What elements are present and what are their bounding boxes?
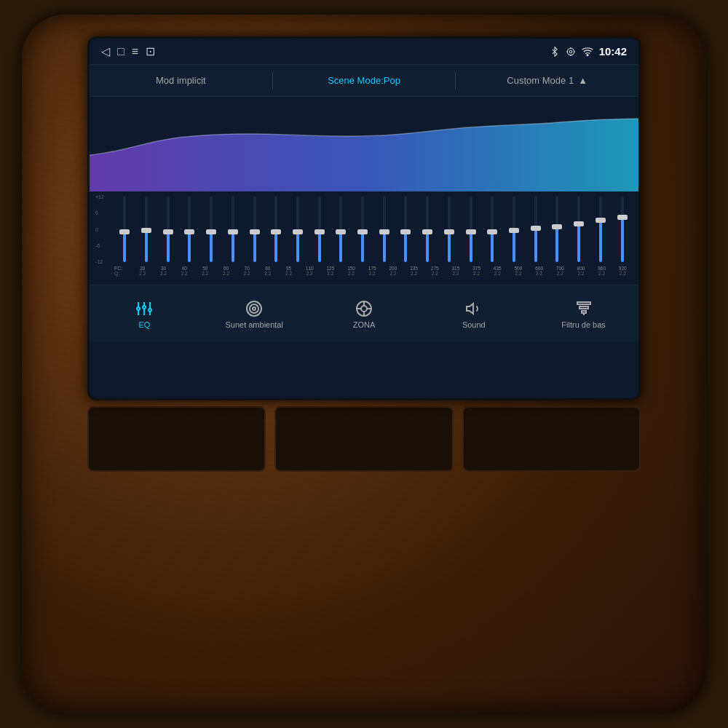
slider-track-80[interactable] xyxy=(253,197,256,262)
q-value-95: 2.2 xyxy=(279,271,299,276)
scene-mode-button[interactable]: Scene Mode:Pop xyxy=(273,75,456,86)
slider-fill-125 xyxy=(318,232,321,262)
slider-track-125[interactable] xyxy=(318,197,321,262)
custom-mode-button[interactable]: Custom Mode 1 ▲ xyxy=(456,75,638,86)
slider-thumb-150[interactable] xyxy=(336,229,346,234)
slider-track-20[interactable] xyxy=(123,197,126,262)
nav-square-button[interactable]: □ xyxy=(117,45,124,58)
slider-col-80 xyxy=(244,197,265,262)
slider-thumb-20[interactable] xyxy=(119,229,130,234)
slider-track-600[interactable] xyxy=(534,197,537,262)
slider-thumb-700[interactable] xyxy=(552,224,562,229)
sound-icon xyxy=(465,300,483,317)
slider-thumb-920[interactable] xyxy=(617,215,628,220)
slider-fill-60 xyxy=(210,232,213,262)
slider-track-920[interactable] xyxy=(621,197,624,262)
slider-thumb-50[interactable] xyxy=(184,229,194,234)
slider-track-200[interactable] xyxy=(383,197,386,262)
freq-label-700: 700 xyxy=(550,266,570,271)
nav-filtru[interactable]: Filtru de bas xyxy=(529,294,638,335)
slider-track-70[interactable] xyxy=(232,197,234,262)
slider-col-375 xyxy=(460,197,481,262)
default-mode-button[interactable]: Mod implicit xyxy=(90,75,272,86)
svg-point-3 xyxy=(567,48,574,55)
slider-fill-500 xyxy=(513,231,515,262)
slider-thumb-315[interactable] xyxy=(444,229,454,234)
slider-track-60[interactable] xyxy=(210,197,213,262)
slider-fill-150 xyxy=(339,232,342,262)
slider-fill-435 xyxy=(491,232,494,262)
nav-menu-button[interactable]: ≡ xyxy=(132,45,138,58)
slider-col-20 xyxy=(114,197,135,262)
slider-track-50[interactable] xyxy=(188,197,191,262)
freq-label-375: 375 xyxy=(467,266,487,271)
filtru-icon xyxy=(575,300,593,317)
q-value-375: 2.2 xyxy=(467,271,487,276)
slider-col-50 xyxy=(179,197,200,262)
svg-point-2 xyxy=(569,50,572,53)
q-value-920: 2.2 xyxy=(612,271,633,276)
freq-label-920: 920 xyxy=(612,266,633,271)
lower-panel xyxy=(87,406,641,472)
slider-track-375[interactable] xyxy=(470,197,472,262)
freq-label-800: 800 xyxy=(571,266,591,271)
slider-thumb-80[interactable] xyxy=(250,229,260,234)
slider-track-860[interactable] xyxy=(599,197,602,262)
slider-thumb-375[interactable] xyxy=(466,229,476,234)
svg-point-18 xyxy=(253,307,256,310)
slider-track-150[interactable] xyxy=(339,197,342,262)
slider-track-175[interactable] xyxy=(361,197,364,262)
slider-fill-30 xyxy=(145,231,148,262)
slider-thumb-500[interactable] xyxy=(509,228,519,233)
slider-track-235[interactable] xyxy=(404,197,407,262)
q-value-175: 2.2 xyxy=(362,271,382,276)
nav-back-button[interactable]: ◁ xyxy=(101,44,110,58)
slider-thumb-125[interactable] xyxy=(314,229,325,234)
slider-track-800[interactable] xyxy=(577,197,580,262)
nav-zone[interactable]: ZONA xyxy=(309,294,419,335)
slider-thumb-235[interactable] xyxy=(400,229,411,234)
nav-sound[interactable]: Sound xyxy=(419,294,529,335)
slider-thumb-175[interactable] xyxy=(357,229,368,234)
q-value-70: 2.2 xyxy=(237,271,257,276)
q-value-235: 2.2 xyxy=(404,271,424,276)
slider-track-40[interactable] xyxy=(167,197,170,262)
freq-label-50: 50 xyxy=(195,266,215,271)
freq-label-500: 500 xyxy=(508,266,529,271)
nav-window-button[interactable]: ⊡ xyxy=(146,44,155,58)
slider-track-110[interactable] xyxy=(296,197,299,262)
slider-track-315[interactable] xyxy=(448,197,451,262)
slider-thumb-275[interactable] xyxy=(422,229,432,234)
slider-col-150 xyxy=(331,197,352,262)
slider-thumb-800[interactable] xyxy=(574,221,584,226)
slider-track-500[interactable] xyxy=(513,197,515,262)
scale-labels: +12 6 0 -6 -12 xyxy=(95,194,113,264)
slider-track-275[interactable] xyxy=(426,197,429,262)
slider-fill-375 xyxy=(470,232,472,262)
slider-thumb-435[interactable] xyxy=(487,229,497,234)
q-value-80: 2.2 xyxy=(258,271,278,276)
slider-fill-600 xyxy=(534,229,537,262)
slider-thumb-600[interactable] xyxy=(531,226,541,231)
slider-track-435[interactable] xyxy=(491,197,494,262)
slider-thumb-60[interactable] xyxy=(206,229,216,234)
slider-track-700[interactable] xyxy=(555,197,558,262)
slider-thumb-30[interactable] xyxy=(141,228,151,233)
freq-label-275: 275 xyxy=(424,266,445,271)
slider-thumb-860[interactable] xyxy=(596,218,606,223)
slider-track-30[interactable] xyxy=(145,197,148,262)
slider-thumb-40[interactable] xyxy=(163,229,173,234)
q-value-275: 2.2 xyxy=(424,271,445,276)
nav-ambient[interactable]: Sunet ambiental xyxy=(199,294,309,335)
slider-thumb-70[interactable] xyxy=(228,229,238,234)
slider-thumb-110[interactable] xyxy=(293,229,303,234)
wifi-icon xyxy=(582,47,593,57)
q-value-50: 2.2 xyxy=(195,271,215,276)
slider-thumb-95[interactable] xyxy=(271,229,281,234)
slider-fill-175 xyxy=(361,232,364,262)
eq-scale-container: +12 6 0 -6 -12 FC:2030405060708095110125… xyxy=(95,194,633,282)
slider-track-95[interactable] xyxy=(274,197,277,262)
nav-eq[interactable]: EQ xyxy=(90,294,199,335)
freq-label-860: 860 xyxy=(592,266,612,271)
slider-thumb-200[interactable] xyxy=(379,229,389,234)
